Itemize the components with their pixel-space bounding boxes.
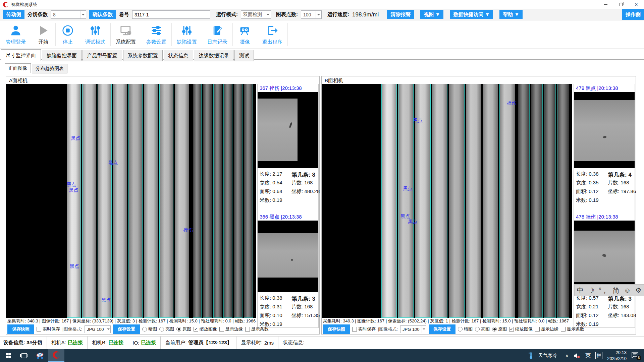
tab-test[interactable]: 测试 — [234, 50, 254, 61]
exit-program-button[interactable]: 退出程序 — [257, 23, 288, 46]
roll-number-input[interactable] — [132, 10, 210, 19]
maximize-button[interactable] — [613, 0, 629, 9]
original-image-radio[interactable]: 原图 — [492, 326, 507, 332]
start-button[interactable] — [0, 349, 16, 362]
operator-side-button[interactable]: 操作侧 — [622, 9, 644, 20]
strip-no-value: 4 — [628, 172, 631, 178]
taskbar-clock[interactable]: 20:13 2025/2/10 — [607, 350, 627, 361]
debug-mode-button[interactable]: 调试模式 — [80, 23, 111, 46]
save-settings-button[interactable]: 保存设置 — [429, 324, 455, 334]
defect-settings-button[interactable]: 缺陷设置 — [172, 23, 202, 46]
subtab-front-image[interactable]: 正面图像 — [5, 63, 31, 73]
subtab-trend-chart[interactable]: 分布趋势图表 — [32, 64, 67, 73]
zoom-image-checkbox[interactable]: ✓缩放图像 — [194, 326, 217, 332]
show-strips-checkbox[interactable]: 显示条数 — [245, 326, 269, 332]
image-format-select[interactable]: JPG 100 — [85, 325, 111, 333]
close-icon: × — [635, 2, 638, 7]
show-edge-checkbox[interactable]: 显示边缘 — [535, 326, 558, 332]
drive-side-button[interactable]: 传动侧 — [3, 10, 24, 19]
io-conn-label: IO: — [132, 340, 139, 346]
strip-no-label: 第几条: — [291, 172, 311, 178]
meters-label: 米数: — [576, 197, 587, 203]
weather-text[interactable]: 天气寒冷 — [538, 353, 557, 359]
gear-icon[interactable]: ⚙ — [635, 286, 641, 294]
view-menu-button[interactable]: 视图 ▼ — [420, 10, 443, 19]
emoji-icon[interactable]: ☺ — [624, 287, 631, 294]
inspection-app-taskbar-button[interactable] — [48, 349, 64, 362]
realtime-save-checkbox[interactable]: 实时保存 — [352, 326, 376, 332]
save-snapshot-button[interactable]: 保存快照 — [7, 324, 34, 334]
show-strips-checkbox[interactable]: 显示条数 — [561, 326, 584, 332]
area-label: 面积: — [576, 312, 587, 318]
confirm-count-button[interactable]: 确认条数 — [89, 10, 116, 19]
user-icon — [9, 23, 23, 38]
tab-defect-monitor[interactable]: 缺陷监控界面 — [42, 50, 82, 61]
zoom-image-checkbox[interactable]: ✓缩放图像 — [509, 326, 533, 332]
system-config-button[interactable]: 系统配置 — [111, 23, 141, 46]
save-snapshot-button[interactable]: 保存快照 — [323, 324, 350, 334]
tray-expand-chevron[interactable]: ∧ — [565, 353, 569, 358]
defect-card[interactable]: 479 黑点 |20:13:38 长度: 0.38 宽度: 0.35 面积: 0… — [574, 84, 635, 206]
speaker-muted-icon[interactable] — [573, 353, 581, 359]
title-bar: 视觉检测系统 × — [0, 0, 644, 9]
ime-mode-indicator[interactable]: 拼 — [595, 352, 602, 359]
show-edge-checkbox[interactable]: 显示边缘 — [219, 326, 243, 332]
dark-image-radio[interactable]: 暗图 — [458, 326, 473, 332]
defect-thumbnail — [574, 221, 635, 292]
help-menu-button[interactable]: 帮助 ▼ — [499, 10, 523, 19]
image-format-select[interactable]: JPG 100 — [400, 325, 426, 333]
defect-thumbnail — [574, 92, 635, 168]
tab-product-model-config[interactable]: 产品型号配置 — [83, 50, 122, 61]
ribbon-toolbar: 管理登录 开始 停止 调试模式 系统配置 — [0, 20, 644, 49]
snipping-tool-button[interactable] — [32, 349, 48, 362]
admin-login-button[interactable]: 管理登录 — [1, 23, 31, 46]
exit-door-icon — [265, 23, 279, 38]
camera-b-image[interactable]: 黑点 挫伤 黑点 黑点 黑点 — [322, 84, 572, 318]
tab-size-monitor[interactable]: 尺寸监控界面 — [1, 49, 41, 61]
ime-punctuation-icon[interactable]: °， — [599, 286, 608, 295]
language-indicator[interactable]: 英 — [585, 352, 591, 359]
camera-icon — [238, 23, 252, 38]
camera-a-image[interactable]: 黑点 黑点 黑点 黑点 挫伤 黑点 黑点 — [6, 84, 256, 318]
pieces-value: 168 — [621, 304, 629, 309]
coord-value: 151.35 — [304, 312, 320, 318]
original-image-radio[interactable]: 原图 — [176, 326, 191, 332]
meters-value: 0.19 — [589, 197, 598, 203]
dark-image-radio[interactable]: 暗图 — [142, 326, 157, 332]
defect-card[interactable]: 367 挫伤 |20:13:38 长度: 2.17 宽度: 0.54 面积: 0… — [258, 84, 318, 206]
bright-image-radio[interactable]: 亮图 — [159, 326, 174, 332]
camera-a-conn-label: 相机A: — [51, 340, 66, 346]
bright-image-radio[interactable]: 亮图 — [475, 326, 490, 332]
defect-marker-label: 黑点 — [413, 118, 423, 124]
ime-lang-button[interactable]: 中 — [577, 286, 584, 295]
realtime-save-checkbox[interactable]: 实时保存 — [37, 326, 60, 332]
tab-system-param-config[interactable]: 系统参数配置 — [123, 50, 163, 61]
start-button[interactable]: 开始 — [31, 23, 56, 46]
defect-marker-label: 黑点 — [70, 263, 79, 269]
stop-button[interactable]: 停止 — [56, 23, 80, 46]
minimize-icon — [604, 4, 607, 5]
parameter-settings-button[interactable]: 参数设置 — [141, 23, 172, 46]
roll-number-label: 卷号 — [119, 11, 129, 18]
chart-points-select[interactable]: 100 — [301, 10, 322, 19]
notification-center-button[interactable]: 6 — [631, 352, 640, 360]
data-quick-access-button[interactable]: 数据快捷访问 ▼ — [450, 10, 493, 19]
defect-card[interactable]: 478 挫伤 |20:13:38 长度: 0.57 宽度: 0.21 面积: 0… — [574, 213, 635, 330]
clear-alarm-button[interactable]: 清除报警 — [387, 10, 414, 19]
chevron-down-icon — [106, 326, 110, 333]
close-button[interactable]: × — [629, 0, 644, 9]
minimize-button[interactable] — [598, 0, 613, 9]
area-label: 面积: — [260, 312, 271, 318]
run-mode-select[interactable]: 双面检测 — [241, 10, 271, 19]
defect-card[interactable]: 366 黑点 |20:13:38 长度: 0.38 宽度: 0.31 面积: 0… — [258, 213, 318, 330]
camera-capture-button[interactable]: 摄像 — [233, 23, 257, 46]
ime-halfwidth-icon[interactable]: ☽ — [588, 286, 594, 294]
log-record-button[interactable]: 日志记录 — [202, 23, 233, 46]
tab-edge-data-record[interactable]: 边缘数据记录 — [194, 50, 233, 61]
ime-simplified-button[interactable]: 简 — [613, 286, 620, 295]
width-value: 0.21 — [589, 304, 598, 309]
task-view-button[interactable] — [16, 349, 32, 362]
save-settings-button[interactable]: 保存设置 — [113, 324, 140, 334]
tab-status-info[interactable]: 状态信息 — [164, 50, 193, 61]
slit-count-select[interactable]: 8 — [51, 10, 86, 19]
